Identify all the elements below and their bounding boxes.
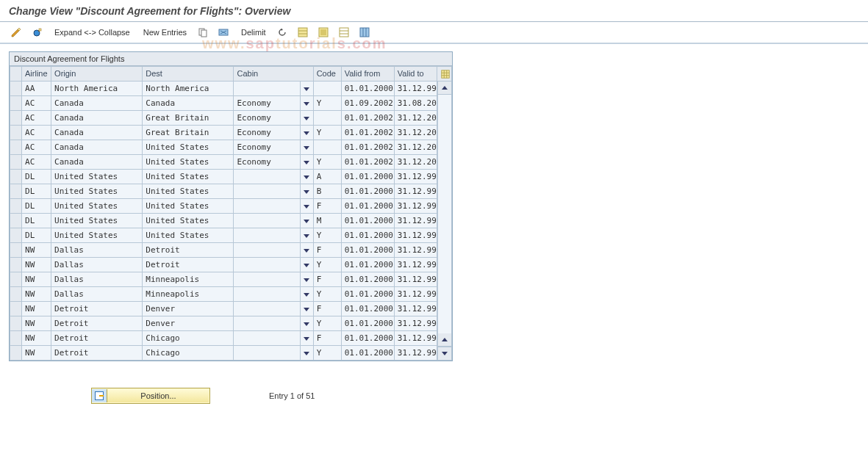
deselect-all-icon[interactable] (335, 23, 353, 41)
table-row[interactable]: DLUnited StatesUnited StatesF01.01.20003… (10, 199, 452, 214)
cell-cabin[interactable]: Economy (234, 96, 300, 111)
cabin-dropdown-button[interactable] (300, 199, 313, 214)
cell-cabin[interactable] (234, 258, 300, 272)
column-header-select[interactable] (10, 67, 22, 82)
cell-code[interactable]: Y (313, 258, 341, 272)
cell-airline[interactable]: DL (22, 214, 51, 228)
undo-change-icon[interactable] (273, 23, 291, 41)
cell-dest[interactable]: Detroit (143, 243, 234, 258)
cell-valid-from[interactable]: 01.01.2000 (341, 346, 394, 361)
row-selector[interactable] (10, 140, 22, 155)
cell-cabin[interactable] (234, 302, 300, 316)
cell-code[interactable]: Y (313, 346, 341, 361)
cell-valid-to[interactable]: 31.12.999 (394, 287, 437, 302)
scroll-up-small-button[interactable] (438, 333, 451, 347)
cell-origin[interactable]: United States (51, 228, 143, 243)
cell-valid-from[interactable]: 01.01.2000 (341, 170, 394, 184)
cell-airline[interactable]: DL (22, 199, 51, 214)
table-config-button[interactable] (437, 67, 451, 82)
row-selector[interactable] (10, 155, 22, 170)
expand-collapse-button[interactable]: Expand <-> Collapse (49, 28, 136, 37)
cell-origin[interactable]: Dallas (51, 258, 143, 272)
row-selector[interactable] (10, 170, 22, 184)
cabin-dropdown-button[interactable] (300, 346, 313, 361)
cell-valid-from[interactable]: 01.01.2002 (341, 140, 394, 155)
row-selector[interactable] (10, 228, 22, 243)
cell-origin[interactable]: United States (51, 170, 143, 184)
cell-dest[interactable]: Denver (143, 316, 234, 331)
cell-valid-to[interactable]: 31.12.999 (394, 170, 437, 184)
cell-origin[interactable]: United States (51, 184, 143, 199)
row-selector[interactable] (10, 214, 22, 228)
table-row[interactable]: ACCanadaGreat BritainEconomyY01.01.20023… (10, 126, 452, 140)
cell-valid-to[interactable]: 31.12.999 (394, 331, 437, 346)
cell-cabin[interactable] (234, 331, 300, 346)
cell-cabin[interactable] (234, 170, 300, 184)
delete-icon[interactable] (215, 23, 232, 41)
cell-airline[interactable]: NW (22, 243, 51, 258)
cell-valid-from[interactable]: 01.01.2000 (341, 199, 394, 214)
cell-valid-to[interactable]: 31.12.999 (394, 214, 437, 228)
table-row[interactable]: NWDallasDetroitY01.01.200031.12.999 (10, 258, 452, 272)
cell-valid-to[interactable]: 31.12.999 (394, 184, 437, 199)
row-selector[interactable] (10, 111, 22, 126)
cabin-dropdown-button[interactable] (300, 170, 313, 184)
cell-valid-from[interactable]: 01.01.2002 (341, 111, 394, 126)
cell-origin[interactable]: United States (51, 214, 143, 228)
cell-airline[interactable]: NW (22, 346, 51, 361)
table-row[interactable]: NWDetroitChicagoY01.01.200031.12.999 (10, 346, 452, 361)
column-header-valid-from[interactable]: Valid from (341, 67, 394, 82)
cell-code[interactable] (313, 82, 341, 96)
cabin-dropdown-button[interactable] (300, 258, 313, 272)
cell-code[interactable]: Y (313, 155, 341, 170)
cabin-dropdown-button[interactable] (300, 214, 313, 228)
cell-airline[interactable]: NW (22, 331, 51, 346)
cell-origin[interactable]: Detroit (51, 302, 143, 316)
copy-as-icon[interactable] (194, 23, 212, 41)
cell-dest[interactable]: Denver (143, 302, 234, 316)
cell-valid-from[interactable]: 01.01.2000 (341, 243, 394, 258)
cabin-dropdown-button[interactable] (300, 287, 313, 302)
cell-code[interactable]: F (313, 243, 341, 258)
table-row[interactable]: ACCanadaUnited StatesEconomy01.01.200231… (10, 140, 452, 155)
cell-dest[interactable]: Chicago (143, 331, 234, 346)
cell-code[interactable]: Y (313, 228, 341, 243)
cell-code[interactable]: Y (313, 316, 341, 331)
cell-airline[interactable]: AA (22, 82, 51, 96)
cell-origin[interactable]: Canada (51, 111, 143, 126)
row-selector[interactable] (10, 258, 22, 272)
config-columns-icon[interactable] (356, 23, 373, 41)
cell-code[interactable]: B (313, 184, 341, 199)
cabin-dropdown-button[interactable] (300, 228, 313, 243)
cell-valid-from[interactable]: 01.01.2000 (341, 287, 394, 302)
cell-code[interactable]: A (313, 170, 341, 184)
cell-valid-to[interactable]: 31.12.999 (394, 199, 437, 214)
table-row[interactable]: NWDetroitDenverF01.01.200031.12.999 (10, 302, 452, 316)
row-selector[interactable] (10, 184, 22, 199)
cell-valid-to[interactable]: 31.08.200 (394, 96, 437, 111)
cabin-dropdown-button[interactable] (300, 155, 313, 170)
scroll-up-button[interactable] (438, 82, 451, 95)
cell-dest[interactable]: Chicago (143, 346, 234, 361)
cell-origin[interactable]: North America (51, 82, 143, 96)
cell-dest[interactable]: United States (143, 155, 234, 170)
row-selector[interactable] (10, 287, 22, 302)
scroll-down-button[interactable] (438, 347, 451, 360)
cell-origin[interactable]: Canada (51, 140, 143, 155)
table-row[interactable]: ACCanadaCanadaEconomyY01.09.200231.08.20… (10, 96, 452, 111)
cell-cabin[interactable] (234, 214, 300, 228)
cell-code[interactable] (313, 111, 341, 126)
cell-valid-to[interactable]: 31.12.200 (394, 111, 437, 126)
cabin-dropdown-button[interactable] (300, 140, 313, 155)
vertical-scrollbar[interactable] (437, 82, 451, 360)
cell-airline[interactable]: AC (22, 155, 51, 170)
cell-valid-to[interactable]: 31.12.200 (394, 155, 437, 170)
cell-origin[interactable]: Dallas (51, 272, 143, 287)
cell-airline[interactable]: AC (22, 111, 51, 126)
table-row[interactable]: ACCanadaUnited StatesEconomyY01.01.20023… (10, 155, 452, 170)
table-row[interactable]: NWDallasMinneapolisF01.01.200031.12.999 (10, 272, 452, 287)
table-row[interactable]: NWDetroitChicagoF01.01.200031.12.999 (10, 331, 452, 346)
cell-cabin[interactable] (234, 346, 300, 361)
cell-valid-from[interactable]: 01.01.2000 (341, 258, 394, 272)
column-header-valid-to[interactable]: Valid to (394, 67, 437, 82)
